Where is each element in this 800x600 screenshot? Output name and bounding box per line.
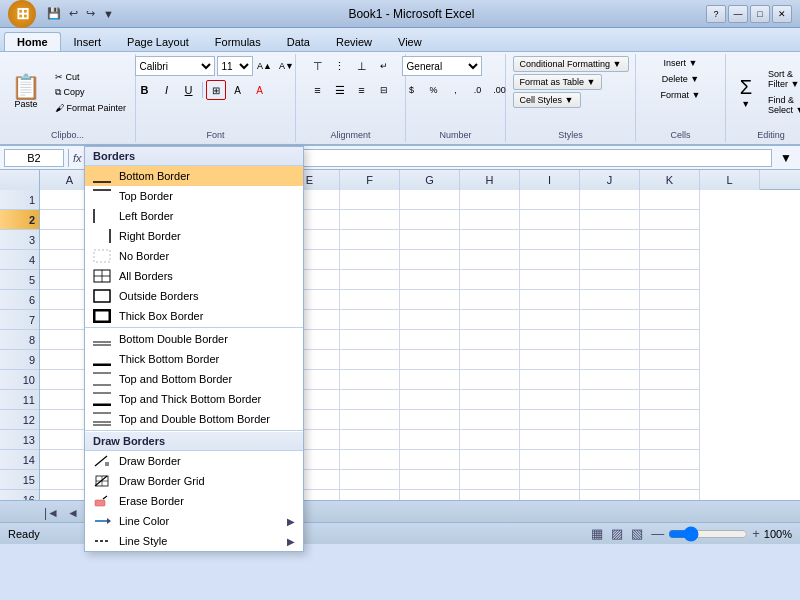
number-format-select[interactable]: General: [402, 56, 482, 76]
row-header-5[interactable]: 5: [0, 270, 39, 290]
border-item-line-style[interactable]: Line Style ▶: [85, 531, 303, 551]
wrap-text-btn[interactable]: ↵: [374, 56, 394, 76]
row-header-11[interactable]: 11: [0, 390, 39, 410]
redo-quick-btn[interactable]: ↪: [83, 6, 98, 21]
cell-i2[interactable]: [520, 210, 580, 230]
cell-g1[interactable]: [400, 190, 460, 210]
cell-h2[interactable]: [460, 210, 520, 230]
fill-color-btn[interactable]: A: [228, 80, 248, 100]
row-header-4[interactable]: 4: [0, 250, 39, 270]
page-break-view-btn[interactable]: ▧: [631, 526, 643, 541]
delete-cells-btn[interactable]: Delete ▼: [657, 72, 704, 86]
format-painter-button[interactable]: 🖌 Format Painter: [50, 101, 131, 115]
border-item-top-bottom-border[interactable]: Top and Bottom Border: [85, 369, 303, 389]
percent-btn[interactable]: %: [424, 80, 444, 100]
sort-filter-btn[interactable]: Sort &Filter ▼: [763, 67, 800, 91]
border-item-no-border[interactable]: No Border: [85, 246, 303, 266]
close-btn[interactable]: ✕: [772, 5, 792, 23]
border-item-thick-box-border[interactable]: Thick Box Border: [85, 306, 303, 326]
col-header-f[interactable]: F: [340, 170, 400, 190]
align-left-btn[interactable]: ≡: [308, 80, 328, 100]
row-header-16[interactable]: 16: [0, 490, 39, 500]
font-color-btn[interactable]: A: [250, 80, 270, 100]
border-item-left-border[interactable]: Left Border: [85, 206, 303, 226]
border-item-thick-bottom-border[interactable]: Thick Bottom Border: [85, 349, 303, 369]
cut-button[interactable]: ✂ Cut: [50, 70, 131, 84]
cell-h1[interactable]: [460, 190, 520, 210]
row-header-14[interactable]: 14: [0, 450, 39, 470]
restore-btn[interactable]: □: [750, 5, 770, 23]
find-select-btn[interactable]: Find &Select ▼: [763, 93, 800, 117]
border-item-erase-border[interactable]: Erase Border: [85, 491, 303, 511]
border-item-line-color[interactable]: Line Color ▶: [85, 511, 303, 531]
decrease-font-btn[interactable]: A▼: [277, 56, 297, 76]
insert-cells-btn[interactable]: Insert ▼: [659, 56, 703, 70]
bold-button[interactable]: B: [135, 80, 155, 100]
italic-button[interactable]: I: [157, 80, 177, 100]
tab-data[interactable]: Data: [274, 32, 323, 51]
tab-page-layout[interactable]: Page Layout: [114, 32, 202, 51]
tab-review[interactable]: Review: [323, 32, 385, 51]
col-header-j[interactable]: J: [580, 170, 640, 190]
cell-k2[interactable]: [640, 210, 700, 230]
name-box[interactable]: [4, 149, 64, 167]
row-header-7[interactable]: 7: [0, 310, 39, 330]
align-center-btn[interactable]: ☰: [330, 80, 350, 100]
col-header-g[interactable]: G: [400, 170, 460, 190]
row-header-12[interactable]: 12: [0, 410, 39, 430]
underline-button[interactable]: U: [179, 80, 199, 100]
tab-nav-first[interactable]: |◄: [40, 504, 63, 522]
row-header-15[interactable]: 15: [0, 470, 39, 490]
copy-button[interactable]: ⧉ Copy: [50, 85, 131, 100]
cell-k1[interactable]: [640, 190, 700, 210]
cell-f2[interactable]: [340, 210, 400, 230]
border-item-all-borders[interactable]: All Borders: [85, 266, 303, 286]
row-header-2[interactable]: 2: [0, 210, 39, 230]
sum-button[interactable]: Σ ▼: [733, 71, 759, 114]
zoom-out-btn[interactable]: —: [651, 526, 664, 541]
border-item-bottom-border[interactable]: Bottom Border: [85, 166, 303, 186]
format-cells-btn[interactable]: Format ▼: [656, 88, 706, 102]
border-item-right-border[interactable]: Right Border: [85, 226, 303, 246]
row-header-13[interactable]: 13: [0, 430, 39, 450]
row-header-8[interactable]: 8: [0, 330, 39, 350]
row-header-3[interactable]: 3: [0, 230, 39, 250]
border-item-top-border[interactable]: Top Border: [85, 186, 303, 206]
align-right-btn[interactable]: ≡: [352, 80, 372, 100]
minimize-btn[interactable]: —: [728, 5, 748, 23]
col-header-k[interactable]: K: [640, 170, 700, 190]
expand-formula-btn[interactable]: ▼: [776, 151, 796, 165]
increase-font-btn[interactable]: A▲: [255, 56, 275, 76]
border-item-top-thick-bottom-border[interactable]: Top and Thick Bottom Border: [85, 389, 303, 409]
zoom-in-btn[interactable]: +: [752, 526, 760, 541]
tab-view[interactable]: View: [385, 32, 435, 51]
row-header-9[interactable]: 9: [0, 350, 39, 370]
border-item-outside-borders[interactable]: Outside Borders: [85, 286, 303, 306]
border-item-top-double-bottom-border[interactable]: Top and Double Bottom Border: [85, 409, 303, 429]
cell-styles-btn[interactable]: Cell Styles ▼: [513, 92, 581, 108]
zoom-slider[interactable]: [668, 526, 748, 542]
col-header-h[interactable]: H: [460, 170, 520, 190]
conditional-formatting-btn[interactable]: Conditional Formatting ▼: [513, 56, 629, 72]
font-name-select[interactable]: Calibri: [135, 56, 215, 76]
row-header-10[interactable]: 10: [0, 370, 39, 390]
merge-btn[interactable]: ⊟: [374, 80, 394, 100]
border-item-draw-border[interactable]: Draw Border: [85, 451, 303, 471]
undo-quick-btn[interactable]: ↩: [66, 6, 81, 21]
cell-f1[interactable]: [340, 190, 400, 210]
col-header-i[interactable]: I: [520, 170, 580, 190]
inc-decimal-btn[interactable]: .0: [468, 80, 488, 100]
currency-btn[interactable]: $: [402, 80, 422, 100]
border-item-draw-border-grid[interactable]: Draw Border Grid: [85, 471, 303, 491]
tab-home[interactable]: Home: [4, 32, 61, 51]
cell-g2[interactable]: [400, 210, 460, 230]
align-middle-btn[interactable]: ⋮: [330, 56, 350, 76]
page-layout-view-btn[interactable]: ▨: [611, 526, 623, 541]
save-quick-btn[interactable]: 💾: [44, 6, 64, 21]
customize-quick-btn[interactable]: ▼: [100, 7, 117, 21]
border-item-bottom-double-border[interactable]: Bottom Double Border: [85, 329, 303, 349]
normal-view-btn[interactable]: ▦: [591, 526, 603, 541]
col-header-l[interactable]: L: [700, 170, 760, 190]
border-button[interactable]: ⊞: [206, 80, 226, 100]
tab-formulas[interactable]: Formulas: [202, 32, 274, 51]
